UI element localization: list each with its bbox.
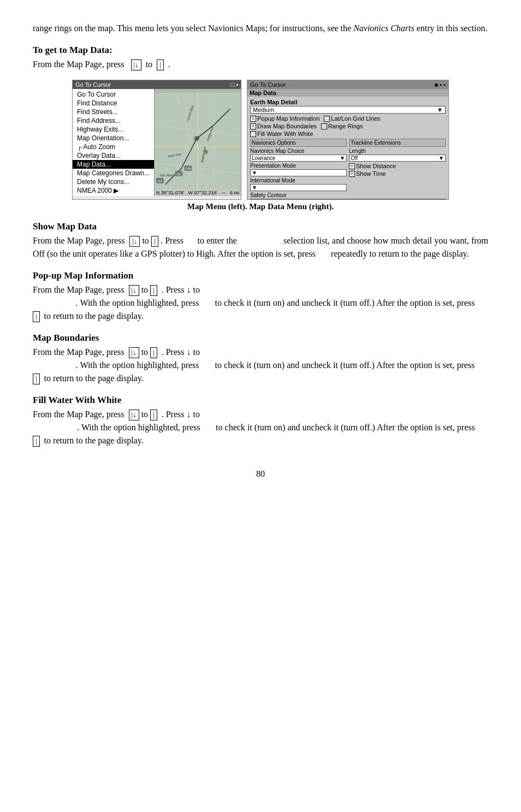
show-distance-cb[interactable]: × bbox=[349, 163, 355, 169]
earth-map-arrow: ▼ bbox=[437, 106, 443, 113]
period1: . bbox=[168, 60, 170, 69]
draw-boundaries-cb[interactable]: × bbox=[250, 123, 256, 129]
fill-water-para: From the Map Page, press |↓ to | . Press… bbox=[33, 408, 488, 447]
map-boundaries-para: From the Map Page, press |↓ to | . Press… bbox=[33, 346, 488, 385]
menu-find-streets[interactable]: Find Streets... bbox=[73, 108, 154, 116]
lowrance-value: Lowrance bbox=[252, 155, 275, 161]
navionics-map-choice: Navionics Map Choice bbox=[250, 148, 347, 154]
range-rings-cb-row: □ Range Rings bbox=[321, 123, 363, 129]
safety-contour-label: Safety Contour bbox=[250, 192, 446, 198]
international-mode-label: International Mode bbox=[250, 177, 347, 183]
menu-list: Go To Cursor Find Distance Find Streets.… bbox=[73, 89, 154, 196]
svg-text:Dan Blvd: Dan Blvd bbox=[160, 174, 173, 177]
menu-go-to-cursor[interactable]: Go To Cursor bbox=[73, 90, 154, 99]
show-col: × Show Distance × Show Time bbox=[349, 163, 446, 191]
coord-arrows: ↔ bbox=[221, 190, 226, 195]
svg-text:44: 44 bbox=[158, 180, 162, 183]
map-boundaries-title: Map Boundaries bbox=[33, 333, 488, 343]
popup-map-cb[interactable]: × bbox=[250, 116, 256, 122]
fill-water-label: Fill Water With White bbox=[257, 131, 313, 137]
lowrance-dropdown[interactable]: Lowrance ▼ bbox=[250, 155, 347, 162]
popup-map-info-title: Pop-up Map Information bbox=[33, 270, 488, 281]
menu-overlay-data[interactable]: Overlay Data... bbox=[73, 151, 154, 160]
svg-text:725: 725 bbox=[185, 167, 191, 170]
fill-water-title: Fill Water With White bbox=[33, 395, 488, 406]
menu-delete-icons[interactable]: Delete My Icons... bbox=[73, 177, 154, 186]
popup-map-cb-row: × Popup Map Information bbox=[250, 115, 319, 122]
earth-map-detail-row: Medium ▼ bbox=[250, 106, 446, 114]
checkbox-row-1: × Popup Map Information □ Lat/Lon Grid L… bbox=[250, 115, 446, 122]
draw-boundaries-cb-row: × Draw Map Boundaries bbox=[250, 123, 317, 129]
safety-contour-value: 5 Meters bbox=[252, 199, 273, 200]
trackline-col: Trackline Extensions Length Off ▼ bbox=[349, 139, 446, 162]
map-coords: N 35°31.076' W 97°32.216' ↔ 6 mi bbox=[155, 189, 241, 196]
navionics-col: Navionics Options Navionics Map Choice L… bbox=[250, 139, 347, 162]
show-map-data-para: From the Map Page, press |↓ to | . Press… bbox=[33, 234, 488, 260]
menu-map-data[interactable]: Map Data... bbox=[73, 160, 154, 169]
left-map-title: Go To Cursor bbox=[75, 81, 111, 88]
from-map-text: From the Map Page, press bbox=[33, 60, 125, 69]
show-map-data-title: Show Map Data bbox=[33, 221, 488, 232]
key4c: | bbox=[33, 436, 40, 447]
left-map-area: Lincoln Blvd Kelley Ave Ilvain Ave Dan B… bbox=[155, 89, 241, 196]
earth-map-value: Medium bbox=[253, 106, 274, 113]
fill-water-cb[interactable]: □ bbox=[250, 131, 256, 137]
navionics-trackline-grid: Navionics Options Navionics Map Choice L… bbox=[250, 139, 446, 162]
left-map-icons: □ • bbox=[230, 81, 238, 88]
presentation-mode-label: Presentation Mode bbox=[250, 163, 347, 169]
key3c: | bbox=[33, 374, 40, 384]
safety-contour-arrow: ▼ bbox=[439, 199, 444, 200]
svg-text:62: 62 bbox=[177, 173, 181, 176]
key3a: |↓ bbox=[129, 347, 139, 358]
right-map-icons: ■ ▪ • bbox=[434, 81, 446, 88]
lowrance-arrow: ▼ bbox=[340, 155, 345, 161]
show-time-cb[interactable]: × bbox=[349, 171, 355, 177]
menu-find-address[interactable]: Find Address... bbox=[73, 116, 154, 125]
key2c: | bbox=[33, 311, 40, 322]
from-map-page-line: From the Map Page, press |↓ to | . bbox=[33, 58, 488, 71]
menu-highway-exits[interactable]: Highway Exits... bbox=[73, 125, 154, 134]
show-distance-row: × Show Distance bbox=[349, 163, 446, 169]
menu-nmea[interactable]: NMEA 2000 ▶ bbox=[73, 186, 154, 195]
lat-lon-cb-row: □ Lat/Lon Grid Lines bbox=[324, 115, 380, 122]
map-caption: Map Menu (left). Map Data Menu (right). bbox=[33, 202, 488, 211]
earth-map-dropdown[interactable]: Medium ▼ bbox=[250, 106, 446, 114]
show-time-row: × Show Time bbox=[349, 170, 446, 177]
menu-map-orientation[interactable]: Map Orientation... bbox=[73, 134, 154, 143]
map-data-bar: Map Data bbox=[247, 89, 448, 97]
intro-paragraph: range rings on the map. This menu lets y… bbox=[33, 22, 488, 35]
show-time-label: Show Time bbox=[356, 170, 386, 177]
key2a: |↓ bbox=[129, 285, 139, 296]
left-map: Go To Cursor □ • Go To Cursor Find Dista… bbox=[72, 80, 241, 200]
show-distance-label: Show Distance bbox=[356, 163, 396, 169]
off-dropdown[interactable]: Off ▼ bbox=[349, 155, 446, 162]
earth-map-detail-label: Earth Map Detail bbox=[250, 99, 446, 105]
trackline-label: Trackline Extensions bbox=[349, 139, 446, 147]
off-value: Off bbox=[351, 155, 358, 161]
key1b: | bbox=[151, 236, 158, 247]
right-panel-content: Earth Map Detail Medium ▼ × Popup Map In… bbox=[247, 97, 448, 200]
intro-text2: entry in this section. bbox=[415, 23, 488, 33]
range-rings-cb[interactable]: □ bbox=[321, 123, 327, 129]
right-map-titlebar: Go To Cursor ■ ▪ • bbox=[247, 80, 448, 89]
to-word: to bbox=[146, 60, 152, 69]
map-figures: Go To Cursor □ • Go To Cursor Find Dista… bbox=[33, 80, 488, 200]
right-map: Go To Cursor ■ ▪ • Map Data Earth Map De… bbox=[247, 80, 449, 200]
key2b: | bbox=[150, 285, 157, 296]
safety-contour-dropdown[interactable]: 5 Meters ▼ bbox=[250, 199, 446, 200]
left-menu: Go To Cursor Find Distance Find Streets.… bbox=[73, 89, 155, 196]
page-number: 80 bbox=[33, 469, 488, 479]
menu-map-categories[interactable]: Map Categories Drawn... bbox=[73, 169, 154, 177]
lat-lon-cb[interactable]: □ bbox=[324, 116, 330, 122]
menu-find-distance[interactable]: Find Distance bbox=[73, 99, 154, 108]
left-map-titlebar: Go To Cursor □ • bbox=[73, 80, 241, 89]
menu-auto-zoom[interactable]: ┌ Auto Zoom bbox=[73, 143, 154, 151]
coord-lat: N 35°31.076' bbox=[156, 190, 185, 195]
international-dropdown[interactable]: ▼ bbox=[250, 184, 347, 191]
presentation-dropdown[interactable]: ▼ bbox=[250, 169, 347, 176]
menu-key: |↓ bbox=[131, 60, 141, 70]
right-map-title-go: Go To Cursor bbox=[250, 81, 286, 88]
to-word-boundaries: to bbox=[44, 374, 51, 383]
international-value: ▼ bbox=[252, 185, 257, 191]
navionics-options-label: Navionics Options bbox=[250, 139, 347, 147]
